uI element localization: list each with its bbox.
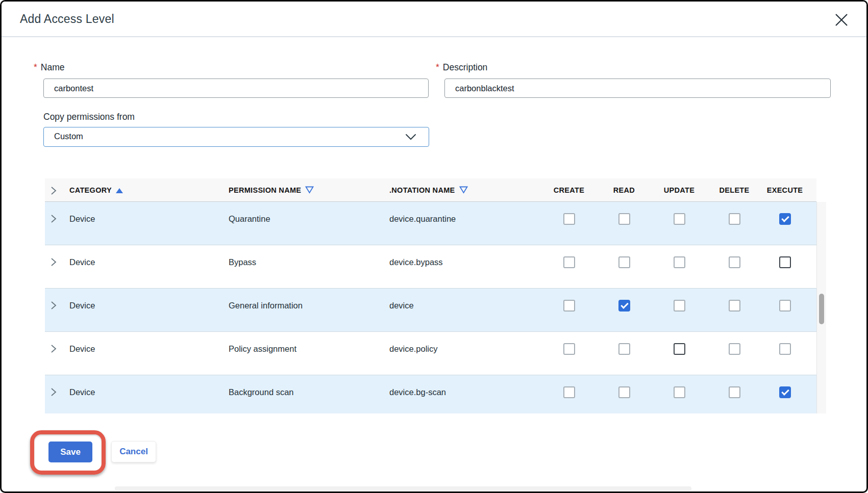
filter-icon [305, 187, 314, 195]
column-header-update[interactable]: UPDATE [664, 178, 695, 202]
copy-permissions-label: Copy permissions from [43, 112, 135, 122]
required-asterisk: * [34, 62, 37, 72]
permission-cell: Background scan [229, 387, 294, 397]
execute-checkbox[interactable] [779, 213, 791, 225]
description-input[interactable] [444, 79, 831, 98]
table-row: Device Policy assignment device.policy [45, 332, 816, 375]
create-checkbox[interactable] [563, 300, 575, 312]
delete-checkbox[interactable] [729, 300, 740, 312]
cancel-button[interactable]: Cancel [111, 441, 156, 462]
close-button[interactable] [833, 12, 850, 29]
read-checkbox[interactable] [618, 256, 630, 268]
column-header-delete[interactable]: DELETE [720, 178, 750, 202]
create-checkbox[interactable] [563, 343, 575, 355]
update-checkbox[interactable] [674, 386, 685, 398]
category-cell: Device [69, 257, 95, 267]
expand-row-chevron-icon[interactable] [51, 387, 57, 399]
column-header-notation-name[interactable]: .NOTATION NAME [389, 178, 468, 202]
notation-cell: device.policy [389, 344, 437, 354]
table-row: Device General information device [45, 289, 816, 332]
copy-permissions-select[interactable]: Custom [43, 127, 429, 147]
page-background-strip [115, 486, 691, 491]
header-divider [2, 36, 866, 37]
column-header-create[interactable]: CREATE [554, 178, 584, 202]
permission-cell: Bypass [229, 257, 256, 267]
expand-row-chevron-icon[interactable] [51, 301, 57, 312]
execute-checkbox[interactable] [779, 386, 791, 398]
column-header-read[interactable]: READ [613, 178, 635, 202]
notation-cell: device [389, 301, 414, 310]
table-row: Device Background scan device.bg-scan [45, 375, 816, 413]
sort-ascending-icon [116, 188, 123, 193]
save-button[interactable]: Save [48, 442, 92, 462]
permission-cell: Quarantine [229, 214, 270, 224]
create-checkbox[interactable] [563, 213, 575, 225]
read-checkbox[interactable] [618, 386, 630, 398]
table-scrollbar-thumb[interactable] [819, 294, 824, 324]
read-checkbox[interactable] [618, 213, 630, 225]
delete-checkbox[interactable] [729, 256, 740, 268]
add-access-level-modal: Add Access Level *Name *Description Copy… [0, 0, 868, 493]
table-row: Device Quarantine device.quarantine [45, 202, 816, 245]
name-label: *Name [34, 62, 65, 73]
description-label: *Description [436, 62, 487, 73]
required-asterisk: * [436, 62, 439, 72]
column-header-category[interactable]: CATEGORY [69, 178, 123, 202]
category-cell: Device [69, 301, 95, 310]
delete-checkbox[interactable] [729, 343, 740, 355]
update-checkbox[interactable] [674, 300, 685, 312]
copy-permissions-selected-value: Custom [54, 132, 83, 141]
execute-checkbox[interactable] [779, 343, 791, 355]
execute-checkbox[interactable] [779, 256, 791, 268]
name-input[interactable] [43, 79, 429, 98]
expand-row-chevron-icon[interactable] [51, 214, 57, 225]
modal-title: Add Access Level [20, 12, 114, 26]
update-checkbox[interactable] [674, 213, 685, 225]
expand-all-chevron-icon[interactable] [51, 186, 57, 197]
create-checkbox[interactable] [563, 386, 575, 398]
delete-checkbox[interactable] [729, 213, 740, 225]
table-row: Device Bypass device.bypass [45, 245, 816, 289]
permission-cell: Policy assignment [229, 344, 296, 354]
category-cell: Device [69, 387, 95, 397]
update-checkbox[interactable] [674, 256, 685, 268]
table-scrollbar-track[interactable] [816, 202, 826, 413]
category-cell: Device [69, 214, 95, 224]
expand-row-chevron-icon[interactable] [51, 344, 57, 355]
execute-checkbox[interactable] [779, 300, 791, 312]
notation-cell: device.quarantine [389, 214, 456, 224]
permission-cell: General information [229, 301, 303, 310]
create-checkbox[interactable] [563, 256, 575, 268]
modal-header: Add Access Level [2, 2, 866, 36]
close-icon [834, 21, 849, 29]
category-cell: Device [69, 344, 95, 354]
filter-icon [459, 187, 468, 195]
read-checkbox[interactable] [618, 343, 630, 355]
read-checkbox[interactable] [618, 300, 630, 312]
permissions-table-header: CATEGORY PERMISSION NAME .NOTATION NAME … [45, 178, 816, 202]
delete-checkbox[interactable] [729, 386, 740, 398]
expand-row-chevron-icon[interactable] [51, 257, 57, 269]
update-checkbox[interactable] [674, 343, 685, 355]
permissions-table-body: Device Quarantine device.quarantine Devi… [45, 202, 816, 413]
notation-cell: device.bypass [389, 257, 443, 267]
notation-cell: device.bg-scan [389, 387, 446, 397]
chevron-down-icon [405, 134, 416, 143]
column-header-execute[interactable]: EXECUTE [767, 178, 803, 202]
column-header-permission-name[interactable]: PERMISSION NAME [229, 178, 314, 202]
